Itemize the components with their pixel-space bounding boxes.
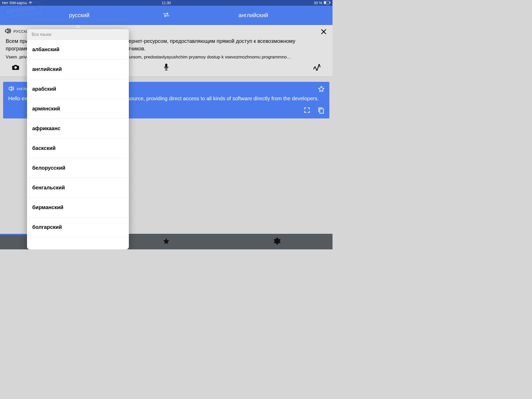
gear-icon [274, 241, 281, 245]
star-filled-icon [163, 241, 170, 245]
copy-button[interactable] [318, 107, 324, 115]
fullscreen-button[interactable] [304, 107, 310, 115]
tab-settings[interactable] [222, 237, 332, 246]
battery-icon [324, 1, 330, 5]
language-header: русский английский [0, 6, 332, 25]
svg-rect-6 [320, 109, 323, 113]
swap-languages-button[interactable] [158, 12, 174, 19]
handwriting-icon [313, 67, 321, 71]
clock-text: 11:30 [0, 1, 332, 5]
microphone-icon [164, 68, 169, 72]
handwriting-input-button[interactable] [312, 64, 322, 72]
svg-rect-3 [330, 2, 330, 3]
language-option[interactable]: белорусский [27, 158, 129, 178]
wifi-icon [28, 1, 32, 5]
language-option[interactable]: армянский [27, 99, 129, 119]
language-option[interactable]: английский [27, 59, 129, 79]
svg-rect-2 [324, 2, 326, 4]
close-icon [321, 28, 327, 36]
language-option[interactable]: баскский [27, 138, 129, 158]
language-option[interactable]: албанский [27, 40, 129, 59]
source-language-label: русский [69, 12, 90, 19]
source-language-button[interactable]: русский [0, 6, 158, 25]
language-picker-title: Все языки [27, 29, 129, 40]
language-option[interactable]: арабский [27, 79, 129, 99]
svg-rect-5 [165, 64, 167, 68]
language-list[interactable]: албанский английский арабский армянский … [27, 40, 129, 249]
voice-input-button[interactable] [161, 63, 171, 72]
camera-icon [12, 67, 19, 71]
language-picker-popover: Все языки албанский английский арабский … [27, 29, 129, 249]
fullscreen-icon [304, 110, 310, 114]
language-option[interactable]: бирманский [27, 198, 129, 217]
copy-icon [318, 110, 324, 115]
carrier-text: Нет SIM-карты [2, 1, 27, 5]
target-language-label: английский [238, 12, 268, 19]
clear-input-button[interactable] [321, 29, 327, 36]
speaker-icon[interactable] [5, 28, 11, 35]
target-language-button[interactable]: английский [174, 6, 332, 25]
ios-status-bar: Нет SIM-карты 11:30 33 % [0, 0, 332, 6]
popover-caret [75, 25, 81, 28]
svg-point-4 [14, 66, 17, 69]
favorite-button[interactable] [318, 85, 325, 93]
star-icon [318, 89, 325, 93]
speaker-icon[interactable] [8, 86, 14, 92]
language-option[interactable]: бенгальский [27, 178, 129, 198]
language-option[interactable]: африкаанс [27, 119, 129, 138]
camera-input-button[interactable] [10, 64, 21, 71]
swap-icon [163, 12, 170, 19]
battery-text: 33 % [314, 1, 322, 5]
language-option[interactable]: болгарский [27, 217, 129, 237]
